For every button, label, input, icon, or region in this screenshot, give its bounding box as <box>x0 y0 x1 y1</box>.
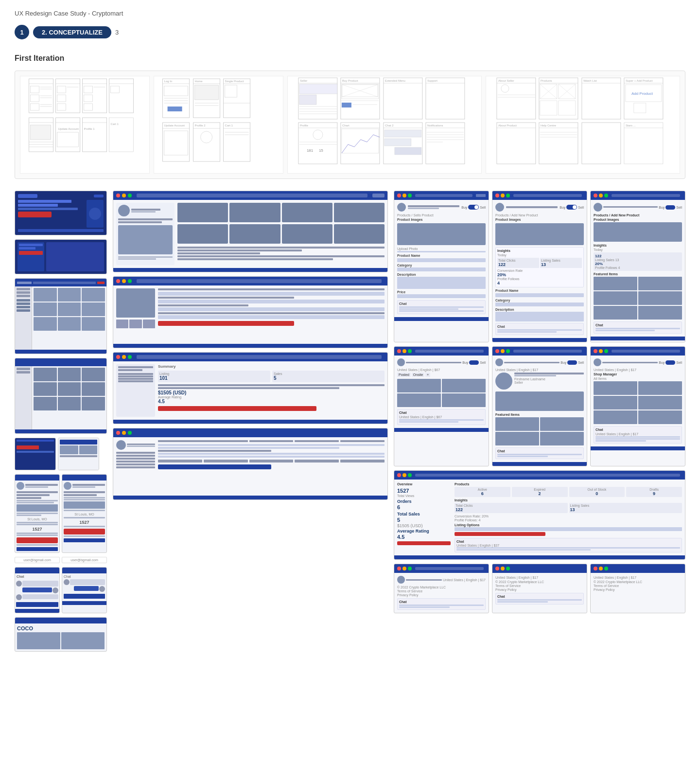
landing-mockup <box>15 191 107 235</box>
svg-text:Update Account: Update Account <box>58 127 79 130</box>
svg-text:About Product: About Product <box>498 124 517 127</box>
svg-rect-114 <box>385 139 411 146</box>
right-column: Buy Sell Products / Sells Product Produc… <box>394 191 685 652</box>
svg-rect-87 <box>342 103 351 107</box>
svg-rect-92 <box>384 78 422 119</box>
svg-rect-109 <box>342 129 379 153</box>
profile-form-view <box>113 428 388 500</box>
svg-rect-140 <box>559 101 576 115</box>
svg-rect-95 <box>426 78 465 119</box>
svg-rect-144 <box>624 78 663 119</box>
svg-rect-22 <box>84 104 93 110</box>
svg-text:Log In: Log In <box>164 80 173 83</box>
svg-rect-116 <box>426 123 465 164</box>
step-3[interactable]: 3 <box>115 29 119 36</box>
mockups-area: St Louis, MO 1527 <box>15 191 685 652</box>
svg-text:Stars ...: Stars ... <box>626 124 636 127</box>
svg-rect-153 <box>539 123 578 164</box>
svg-rect-76 <box>299 84 337 94</box>
svg-text:181: 181 <box>307 148 314 153</box>
dashboard-products-screen: Buy Sell United States | English | $67 P… <box>394 346 489 466</box>
svg-rect-160 <box>624 123 663 164</box>
svg-rect-52 <box>195 85 219 100</box>
dashboard-screen-2: Buy Sell Products / Add New Product Prod… <box>492 191 587 342</box>
svg-text:Profile: Profile <box>300 124 309 127</box>
shop-manager-screen: Buy Sell United States | English | $17 S… <box>590 346 685 466</box>
svg-rect-25 <box>111 86 120 93</box>
seller-screen: Buy Sell Products / Add New Product Prod… <box>590 191 685 342</box>
product-detail-large <box>113 191 388 272</box>
svg-rect-113 <box>385 130 421 137</box>
svg-text:Super + Add Product: Super + Add Product <box>626 79 653 82</box>
svg-rect-21 <box>84 95 93 102</box>
svg-text:About Seller: About Seller <box>498 79 514 82</box>
svg-text:Buy Product: Buy Product <box>342 79 358 82</box>
svg-rect-115 <box>395 147 421 155</box>
svg-rect-15 <box>57 95 66 102</box>
page-title: UX Redesign Case Study - Cryptomart <box>15 10 685 17</box>
svg-rect-106 <box>341 123 380 164</box>
svg-text:Chart: Chart <box>342 124 350 127</box>
svg-rect-98 <box>298 123 337 164</box>
svg-text:Update Account: Update Account <box>164 124 185 127</box>
footer-screen-right: United States | English | $17 © 2022 Cry… <box>590 564 685 613</box>
chat-mobile-screens: Chat <box>15 567 107 613</box>
svg-text:Support: Support <box>427 79 438 82</box>
profile-mobile-screens: St Louis, MO 1527 <box>15 474 107 553</box>
svg-text:Help Centre: Help Centre <box>541 124 557 127</box>
coco-label-area: COCO <box>15 617 107 652</box>
svg-rect-141 <box>582 78 621 119</box>
svg-rect-8 <box>31 104 39 110</box>
dashboard-stats-view: Summary Listing 101 Sales 5 $1505 (USD <box>113 352 388 424</box>
svg-rect-58 <box>225 85 237 97</box>
svg-rect-2 <box>31 86 39 93</box>
step-1[interactable]: 1 <box>15 25 29 39</box>
wireframe-group-4: About Seller Products Watch List Super +… <box>486 76 680 174</box>
svg-rect-16 <box>57 104 66 110</box>
listing-mockup <box>15 278 107 354</box>
svg-text:Seller: Seller <box>300 79 307 82</box>
svg-text:Home: Home <box>195 80 203 83</box>
svg-rect-5 <box>31 95 39 102</box>
wireframe-group-1: Update Account Profile 1 Cart 1 <box>20 76 150 174</box>
svg-rect-23 <box>109 79 134 113</box>
svg-rect-17 <box>83 79 107 113</box>
svg-rect-35 <box>57 132 79 147</box>
svg-rect-139 <box>540 101 557 115</box>
product-form-view <box>113 276 388 348</box>
svg-rect-11 <box>56 79 80 113</box>
svg-rect-124 <box>497 78 536 119</box>
svg-text:Watch List: Watch List <box>583 79 597 82</box>
center-column: Summary Listing 101 Sales 5 $1505 (USD <box>113 191 388 652</box>
svg-rect-48 <box>168 107 182 111</box>
mobile-mockups-row <box>15 438 107 470</box>
svg-rect-32 <box>56 118 80 152</box>
svg-text:Extended Menu: Extended Menu <box>385 79 405 82</box>
wireframes-area: Update Account Profile 1 Cart 1 Log In H… <box>15 71 685 179</box>
svg-rect-55 <box>224 79 250 118</box>
wireframe-group-2: Log In Home Single Product Update Accoun… <box>154 76 283 174</box>
svg-text:Profile 2: Profile 2 <box>195 124 206 127</box>
svg-rect-19 <box>84 86 93 93</box>
svg-rect-82 <box>341 78 380 119</box>
svg-text:Notifications: Notifications <box>427 124 443 127</box>
add-product-screen-2: Buy Sell United States | English | $17 <box>492 346 587 466</box>
svg-rect-77 <box>299 95 316 105</box>
svg-rect-28 <box>31 125 51 140</box>
svg-point-127 <box>501 85 509 92</box>
svg-rect-159 <box>582 123 621 164</box>
left-column: St Louis, MO 1527 <box>15 191 107 652</box>
svg-rect-63 <box>164 131 188 155</box>
step-2-conceptualize[interactable]: 2. CONCEPTUALIZE <box>33 26 111 38</box>
svg-rect-13 <box>57 86 66 93</box>
svg-rect-149 <box>634 103 646 113</box>
svg-rect-44 <box>164 86 188 96</box>
svg-rect-150 <box>497 123 536 164</box>
email-display: user@bgmail.com user@bgmail.com <box>15 557 107 563</box>
svg-point-67 <box>201 131 212 143</box>
chat-screen-right: United States | English | $17 © 2022 Cry… <box>394 564 489 613</box>
svg-text:15: 15 <box>319 148 323 153</box>
svg-text:Products: Products <box>541 79 552 82</box>
svg-point-101 <box>313 130 323 140</box>
landing-wide-mockup <box>15 239 107 274</box>
